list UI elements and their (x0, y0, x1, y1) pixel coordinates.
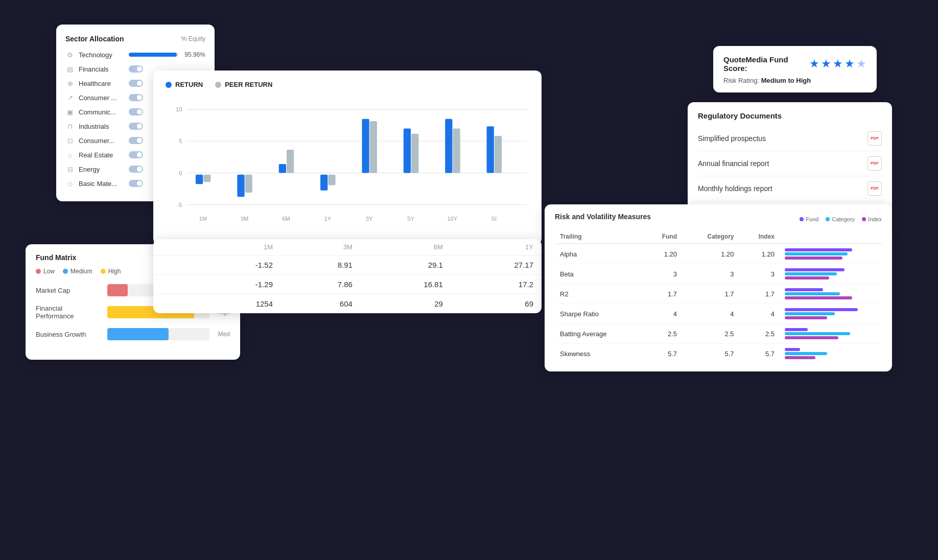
sector-name: Consumer... (79, 137, 125, 145)
svg-rect-18 (404, 128, 411, 173)
svg-rect-8 (196, 175, 203, 184)
mini-bar (785, 276, 829, 279)
sector-toggle[interactable] (129, 108, 143, 115)
fund-matrix-row: Business Growth Med (36, 328, 230, 340)
risk-metric: Alpha (555, 244, 643, 264)
risk-table: Trailing Fund Category Index Alpha 1.20 … (555, 230, 882, 363)
sector-toggle[interactable] (129, 94, 143, 101)
risk-category: 1.7 (682, 284, 739, 304)
sector-name: Industrials (79, 123, 125, 130)
risk-rating-label: Risk Rating: (723, 77, 759, 84)
row-label (153, 255, 195, 275)
risk-metric: Skewness (555, 344, 643, 364)
risk-bars-cell (780, 344, 882, 364)
star-4: ★ (845, 57, 855, 71)
svg-rect-13 (287, 150, 294, 173)
risk-table-row: Batting Average 2.5 2.5 2.5 (555, 324, 882, 344)
sector-toggle[interactable] (129, 123, 143, 130)
risk-mini-bars (785, 288, 877, 299)
sector-toggle[interactable] (129, 80, 143, 87)
pdf-icon[interactable]: PDF (867, 156, 882, 171)
fund-dot (800, 217, 804, 221)
fm-row-val: Med (215, 331, 230, 338)
mini-bar (785, 356, 815, 359)
risk-bars-cell (780, 244, 882, 264)
mini-bar (785, 352, 827, 355)
return-legend-item: RETURN (166, 81, 203, 88)
svg-rect-20 (445, 119, 452, 173)
star-3: ★ (833, 57, 843, 71)
cell-1m: 1254 (195, 294, 281, 314)
sector-icon: ▣ (65, 107, 75, 116)
reg-doc-row[interactable]: Annual financial report PDF (698, 151, 882, 176)
cell-3m: 7.86 (281, 275, 361, 294)
col-1y: 1Y (451, 239, 542, 255)
risk-header: Risk and Volatility Measures (555, 213, 651, 221)
mini-bar (785, 296, 852, 299)
sector-toggle[interactable] (129, 65, 143, 73)
sector-icon: ⌂ (65, 150, 75, 159)
mini-bar (785, 288, 823, 291)
sector-icon: ⚙ (65, 50, 75, 59)
index-legend-label: Index (868, 216, 882, 222)
return-label: RETURN (175, 81, 203, 88)
mini-bar (785, 316, 827, 319)
risk-bars-cell (780, 264, 882, 284)
sector-name: Healthcare (79, 80, 125, 87)
sector-toggle[interactable] (129, 166, 143, 173)
sector-toggle[interactable] (129, 151, 143, 158)
mini-bar (785, 272, 837, 275)
svg-rect-14 (320, 175, 327, 191)
pdf-icon[interactable]: PDF (867, 131, 882, 146)
medium-label: Medium (71, 268, 92, 275)
sector-name: Technology (79, 51, 125, 59)
col-trailing: Trailing (555, 230, 643, 244)
sector-toggle[interactable] (129, 180, 143, 187)
sector-bar (129, 53, 179, 57)
mini-bar (785, 292, 840, 295)
risk-row: Risk Rating: Medium to High (723, 77, 866, 84)
col-bars (780, 230, 882, 244)
cell-3m: 604 (281, 294, 361, 314)
reg-doc-row[interactable]: Simplified prospectus PDF (698, 126, 882, 151)
sector-icon: ◇ (65, 179, 75, 188)
fm-row-label: Business Growth (36, 331, 102, 338)
cell-6m: 29 (361, 294, 451, 314)
sector-icon: ⊕ (65, 79, 75, 88)
cell-1y: 69 (451, 294, 542, 314)
risk-table-row: Beta 3 3 3 (555, 264, 882, 284)
sector-toggle[interactable] (129, 137, 143, 144)
risk-fund: 1.20 (643, 244, 682, 264)
svg-text:10: 10 (176, 106, 182, 112)
svg-rect-21 (453, 128, 460, 173)
risk-fund: 1.7 (643, 284, 682, 304)
peer-return-legend-item: PEER RETURN (215, 81, 272, 88)
sector-icon: ⊡ (65, 136, 75, 145)
risk-index: 5.7 (739, 344, 780, 364)
reg-doc-row[interactable]: Monthly holdings report PDF (698, 176, 882, 201)
pdf-icon[interactable]: PDF (867, 181, 882, 196)
score-card: QuoteMedia Fund Score: ★ ★ ★ ★ ★ Risk Ra… (713, 46, 877, 92)
star-2: ★ (821, 57, 831, 71)
legend-low: Low (36, 268, 55, 275)
col-index: Index (739, 230, 780, 244)
risk-metric: R2 (555, 284, 643, 304)
risk-legend: Fund Category Index (800, 216, 882, 222)
sector-icon: ⊓ (65, 122, 75, 131)
return-legend: RETURN PEER RETURN (166, 81, 529, 88)
svg-text:0: 0 (179, 170, 182, 176)
legend-medium: Medium (63, 268, 92, 275)
risk-category: 1.20 (682, 244, 739, 264)
star-rating: ★ ★ ★ ★ ★ (809, 57, 866, 71)
fm-row-label: Market Cap (36, 287, 102, 294)
sector-name: Real Estate (79, 151, 125, 159)
category-legend-label: Category (832, 216, 855, 222)
risk-mini-bars (785, 328, 877, 339)
risk-metric: Beta (555, 264, 643, 284)
reg-doc-label: Annual financial report (698, 159, 769, 168)
low-label: Low (43, 268, 55, 275)
medium-dot (63, 269, 68, 274)
risk-fund: 4 (643, 304, 682, 324)
peer-return-dot (215, 82, 221, 88)
col-label (153, 239, 195, 255)
